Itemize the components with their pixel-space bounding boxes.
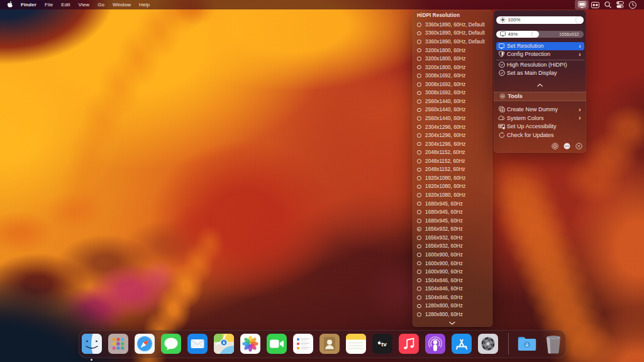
- svg-text:tv: tv: [381, 341, 387, 348]
